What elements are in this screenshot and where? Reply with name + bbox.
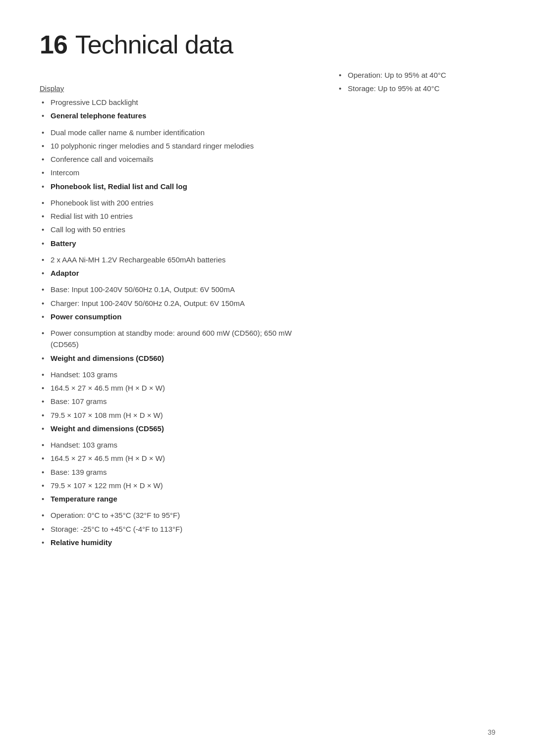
list-item: Conference call and voicemails [40,153,307,165]
list-item: Call log with 50 entries [40,224,307,235]
list-item: Phonebook list with 200 entries [40,197,307,208]
list-item: Weight and dimensions (CD560) [40,353,307,364]
humidity-list: Operation: Up to 95% at 40°C Storage: Up… [337,69,495,95]
list-item: Phonebook list, Redial list and Call log [40,181,307,192]
list-item: Operation: Up to 95% at 40°C [337,69,495,81]
list-item: 10 polyphonic ringer melodies and 5 stan… [40,140,307,151]
adaptor-list: Base: Input 100-240V 50/60Hz 0.1A, Outpu… [40,284,307,322]
list-item: Power consumption at standby mode: aroun… [40,327,307,351]
display-label: Display [40,84,307,93]
list-item: Base: Input 100-240V 50/60Hz 0.1A, Outpu… [40,284,307,295]
temp-list: Operation: 0°C to +35°C (32°F to 95°F) S… [40,509,307,548]
list-item: 164.5 × 27 × 46.5 mm (H × D × W) [40,453,307,464]
page-number: 39 [487,728,495,736]
list-item: 2 x AAA Ni-MH 1.2V Rechargeable 650mAh b… [40,254,307,265]
display-section: Display Progressive LCD backlight Genera… [40,84,307,122]
list-item: Base: 107 grams [40,396,307,407]
list-item: Dual mode caller name & number identific… [40,127,307,138]
list-item: Storage: Up to 95% at 40°C [337,83,495,94]
list-item: Progressive LCD backlight [40,97,307,108]
list-item: Storage: -25°C to +45°C (-4°F to 113°F) [40,523,307,535]
list-item: Weight and dimensions (CD565) [40,423,307,434]
list-item: Redial list with 10 entries [40,210,307,222]
weight-cd560-section: Handset: 103 grams 164.5 × 27 × 46.5 mm … [40,369,307,434]
list-item: 164.5 × 27 × 46.5 mm (H × D × W) [40,382,307,394]
list-item: Handset: 103 grams [40,439,307,451]
adaptor-section: Base: Input 100-240V 50/60Hz 0.1A, Outpu… [40,284,307,322]
list-item: 79.5 × 107 × 108 mm (H × D × W) [40,409,307,421]
list-item: Power consumption [40,311,307,322]
phonebook-list: Phonebook list with 200 entries Redial l… [40,197,307,249]
list-item: Adaptor [40,267,307,279]
list-item: Base: 139 grams [40,466,307,478]
battery-section: 2 x AAA Ni-MH 1.2V Rechargeable 650mAh b… [40,254,307,279]
list-item: Operation: 0°C to +35°C (32°F to 95°F) [40,509,307,521]
weight-cd565-section: Handset: 103 grams 164.5 × 27 × 46.5 mm … [40,439,307,504]
general-list: Dual mode caller name & number identific… [40,127,307,192]
battery-list: 2 x AAA Ni-MH 1.2V Rechargeable 650mAh b… [40,254,307,279]
list-item: General telephone features [40,110,307,121]
weight-cd560-list: Handset: 103 grams 164.5 × 27 × 46.5 mm … [40,369,307,434]
right-column: Operation: Up to 95% at 40°C Storage: Up… [337,30,495,553]
list-item: Intercom [40,167,307,178]
power-section: Power consumption at standby mode: aroun… [40,327,307,364]
list-item: 79.5 × 107 × 122 mm (H × D × W) [40,480,307,491]
list-item: Relative humidity [40,537,307,548]
general-section: Dual mode caller name & number identific… [40,127,307,192]
display-list: Progressive LCD backlight General teleph… [40,97,307,122]
phonebook-section: Phonebook list with 200 entries Redial l… [40,197,307,249]
list-item: Temperature range [40,493,307,504]
weight-cd565-list: Handset: 103 grams 164.5 × 27 × 46.5 mm … [40,439,307,504]
list-item: Battery [40,238,307,249]
list-item: Handset: 103 grams [40,369,307,380]
power-list: Power consumption at standby mode: aroun… [40,327,307,364]
temp-section: Operation: 0°C to +35°C (32°F to 95°F) S… [40,509,307,548]
list-item: Charger: Input 100-240V 50/60Hz 0.2A, Ou… [40,298,307,309]
page-title: 16Technical data [40,30,307,59]
